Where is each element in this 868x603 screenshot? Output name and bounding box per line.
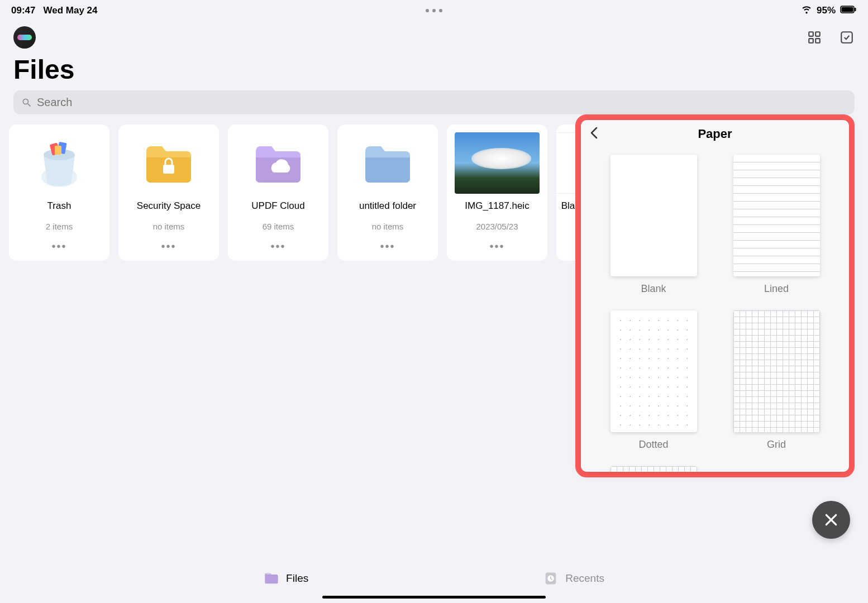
more-icon[interactable]: ••• xyxy=(489,240,504,253)
lock-folder-icon xyxy=(126,132,211,194)
search-input[interactable] xyxy=(37,96,847,109)
file-name: Trash xyxy=(47,200,71,212)
svg-rect-6 xyxy=(815,39,820,43)
file-name: IMG_1187.heic xyxy=(465,200,529,212)
dotted-preview xyxy=(611,310,697,432)
back-button[interactable] xyxy=(590,127,598,141)
svg-rect-3 xyxy=(809,32,813,36)
cloud-folder-icon xyxy=(236,132,321,194)
status-date: Wed May 24 xyxy=(43,5,97,16)
svg-rect-1 xyxy=(842,7,853,12)
close-icon xyxy=(824,513,838,527)
partial-preview xyxy=(611,466,697,472)
wifi-icon xyxy=(801,3,812,17)
page-title: Files xyxy=(0,54,868,90)
more-icon[interactable]: ••• xyxy=(380,240,395,253)
more-icon[interactable]: ••• xyxy=(270,240,285,253)
multitask-dots[interactable] xyxy=(426,9,442,12)
paper-label: Blank xyxy=(641,283,666,295)
file-card-image[interactable]: IMG_1187.heic 2023/05/23 ••• xyxy=(447,125,547,261)
more-icon[interactable]: ••• xyxy=(161,240,176,253)
status-time: 09:47 xyxy=(11,5,35,16)
file-card-cloud[interactable]: UPDF Cloud 69 items ••• xyxy=(228,125,328,261)
paper-label: Grid xyxy=(767,439,786,451)
paper-popup: Paper Blank Lined Dotted Grid xyxy=(581,120,849,472)
search-bar[interactable] xyxy=(13,90,855,114)
home-indicator[interactable] xyxy=(322,596,546,599)
paper-label: Dotted xyxy=(638,439,668,451)
paper-option-grid[interactable]: Grid xyxy=(726,310,827,451)
grid-preview xyxy=(733,310,820,432)
grid-view-icon[interactable] xyxy=(807,30,822,45)
paper-option-partial[interactable] xyxy=(603,466,704,472)
file-name: untitled folder xyxy=(359,200,416,212)
tab-recents[interactable]: Recents xyxy=(543,571,604,586)
folder-tab-icon xyxy=(264,571,279,586)
svg-rect-5 xyxy=(809,39,813,43)
blank-preview xyxy=(611,155,697,276)
folder-icon xyxy=(345,132,430,194)
file-meta: 69 items xyxy=(263,222,294,231)
file-meta: no items xyxy=(153,222,185,231)
trash-icon xyxy=(17,132,102,194)
more-icon[interactable]: ••• xyxy=(51,240,66,253)
svg-rect-7 xyxy=(841,32,852,43)
svg-rect-2 xyxy=(855,8,856,11)
clock-tab-icon xyxy=(543,571,559,586)
search-icon xyxy=(21,97,32,108)
bottom-tabs: Files Recents xyxy=(0,571,868,586)
paper-option-lined[interactable]: Lined xyxy=(726,155,827,295)
photo-thumbnail xyxy=(455,132,540,194)
avatar[interactable] xyxy=(13,26,36,49)
file-name: Security Space xyxy=(137,200,201,212)
file-card-security[interactable]: Security Space no items ••• xyxy=(118,125,219,261)
svg-rect-4 xyxy=(815,32,820,36)
battery-icon xyxy=(840,5,857,16)
file-meta: 2 items xyxy=(46,222,73,231)
lined-preview xyxy=(733,155,820,276)
status-bar: 09:47 Wed May 24 95% xyxy=(0,0,868,21)
file-card-folder[interactable]: untitled folder no items ••• xyxy=(337,125,438,261)
svg-rect-13 xyxy=(163,165,174,174)
tab-files[interactable]: Files xyxy=(264,571,308,586)
file-card-trash[interactable]: Trash 2 items ••• xyxy=(9,125,109,261)
paper-option-blank[interactable]: Blank xyxy=(603,155,704,295)
battery-percent: 95% xyxy=(817,5,836,16)
paper-label: Lined xyxy=(764,283,789,295)
paper-option-dotted[interactable]: Dotted xyxy=(603,310,704,451)
tab-label: Files xyxy=(286,572,308,585)
file-meta: no items xyxy=(372,222,404,231)
popup-title: Paper xyxy=(698,127,732,141)
tab-label: Recents xyxy=(565,572,604,585)
file-name: UPDF Cloud xyxy=(251,200,304,212)
file-meta: 2023/05/23 xyxy=(476,222,518,231)
close-button[interactable] xyxy=(812,501,850,539)
svg-rect-12 xyxy=(55,146,61,155)
select-check-icon[interactable] xyxy=(839,30,855,45)
